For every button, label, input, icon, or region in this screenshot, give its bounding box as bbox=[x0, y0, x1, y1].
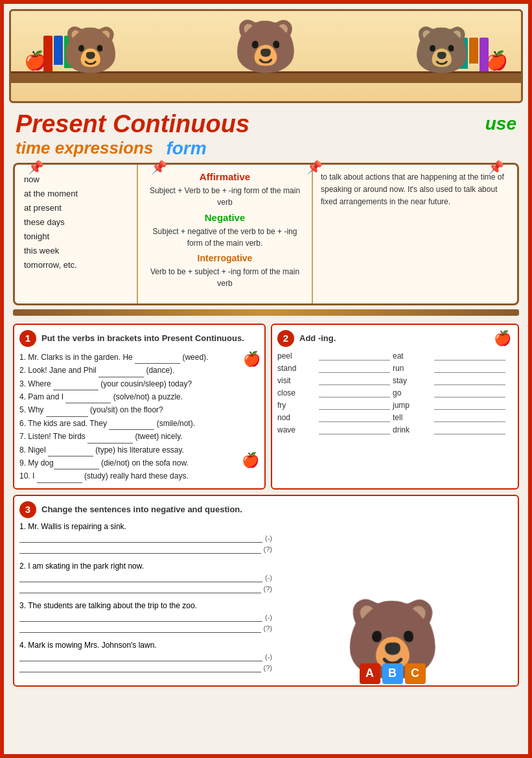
add-ing-word-visit: visit bbox=[277, 375, 316, 386]
add-ing-word-go: go bbox=[393, 388, 432, 398]
ex1-apple-1: 🍎 bbox=[243, 351, 260, 368]
ex3-neg-label-4: (-) bbox=[265, 653, 272, 661]
affirmative-title: Affirmative bbox=[146, 171, 304, 182]
ex2-apple: 🍎 bbox=[494, 330, 511, 347]
add-ing-word-stand: stand bbox=[277, 363, 316, 373]
interrogative-text: Verb to be + subject + -ing form of the … bbox=[146, 266, 304, 289]
main-title: Present Continuous bbox=[16, 111, 249, 138]
time-expr-7: tomorrow, etc. bbox=[24, 258, 130, 272]
add-ing-input-peel[interactable] bbox=[319, 351, 390, 361]
ex1-apple-2: 🍎 bbox=[242, 452, 259, 469]
ex3-q-label-1: (?) bbox=[264, 545, 272, 553]
ex3-q-label-3: (?) bbox=[264, 624, 272, 632]
ex3-neg-label-1: (-) bbox=[265, 534, 272, 542]
add-ing-input-tell[interactable] bbox=[434, 412, 505, 422]
use-label: use bbox=[485, 113, 516, 134]
add-ing-input-run[interactable] bbox=[434, 363, 505, 373]
exercise-3-number: 3 bbox=[19, 501, 36, 518]
add-ing-input-stand[interactable] bbox=[319, 363, 390, 373]
affirmative-text: Subject + Verb to be + -ing form of the … bbox=[146, 185, 304, 208]
time-expressions-list: now at the moment at present these days … bbox=[24, 172, 130, 273]
ex3-sentence-1: 1. Mr. Wallis is repairing a sink. bbox=[19, 522, 272, 531]
exercise-1-item-3: 3. Where (your cousin/sleep) today? bbox=[19, 377, 259, 390]
ex3-line-1-q: (?) bbox=[19, 545, 272, 554]
exercise-1-title: 1 Put the verbs in brackets into Present… bbox=[19, 330, 259, 347]
content-frame: 📌 📌 📌 📌 now at the moment at present the… bbox=[13, 163, 519, 305]
ex3-blank-3-q bbox=[19, 624, 261, 633]
add-ing-input-drink[interactable] bbox=[434, 425, 505, 434]
add-ing-input-fry[interactable] bbox=[319, 400, 390, 410]
add-ing-input-close[interactable] bbox=[319, 388, 390, 397]
add-ing-word-drink: drink bbox=[393, 425, 432, 435]
add-ing-input-stay[interactable] bbox=[434, 375, 505, 385]
add-ing-word-tell: tell bbox=[393, 412, 432, 423]
time-expr-3: at present bbox=[24, 201, 130, 215]
bear-area: 🐻 🐻 🐻 bbox=[11, 21, 521, 73]
time-expressions-subtitle: time expressions bbox=[16, 138, 153, 158]
exercise-1-item-7: 7. Listen! The birds (tweet) nicely. bbox=[19, 430, 259, 443]
form-label: form bbox=[166, 138, 206, 159]
pushpin-2: 📌 bbox=[151, 160, 167, 175]
exercise-row-1-2: 1 Put the verbs in brackets into Present… bbox=[13, 324, 519, 490]
ex3-sentence-4: 4. Mark is mowing Mrs. Johnson's lawn. bbox=[19, 641, 272, 650]
exercise-1-item-10: 10. I (study) really hard these days. bbox=[19, 469, 259, 482]
ex3-q-label-4: (?) bbox=[264, 664, 272, 672]
exercise-2-title: 2 Add -ing. bbox=[277, 330, 513, 347]
ex3-sentence-2: 2. I am skating in the park right now. bbox=[19, 562, 272, 571]
exercise-3-title: 3 Change the sentences into negative and… bbox=[19, 501, 272, 518]
exercise-2-box: 2 Add -ing. 🍎 peel eat stand run bbox=[271, 324, 519, 490]
exercise-1-item-6: 6. The kids are sad. They (smile/not). bbox=[19, 417, 259, 430]
add-ing-grid: peel eat stand run visit stay close bbox=[277, 351, 513, 435]
pushpin-4: 📌 bbox=[488, 160, 504, 175]
ex3-blank-1-neg bbox=[19, 534, 262, 543]
bear-character-area: 🐻 A B C bbox=[272, 501, 513, 680]
exercises-area: 1 Put the verbs in brackets into Present… bbox=[9, 320, 523, 687]
time-col: now at the moment at present these days … bbox=[15, 165, 138, 303]
pushpin-1: 📌 bbox=[28, 160, 44, 175]
subtitle-row: time expressions form bbox=[16, 138, 516, 159]
exercise-3-item-3: 3. The students are talking about the tr… bbox=[19, 601, 272, 633]
ex3-line-4-neg: (-) bbox=[19, 652, 272, 661]
bear-character: 🐻 A B C bbox=[344, 600, 441, 678]
add-ing-word-run: run bbox=[393, 363, 432, 373]
add-ing-word-stay: stay bbox=[393, 375, 432, 386]
ex3-sentence-3: 3. The students are talking about the tr… bbox=[19, 601, 272, 610]
ex3-blank-3-neg bbox=[19, 613, 262, 622]
exercise-3-item-2: 2. I am skating in the park right now. (… bbox=[19, 562, 272, 593]
exercise-3-left: 3 Change the sentences into negative and… bbox=[19, 501, 272, 680]
ex3-line-2-q: (?) bbox=[19, 584, 272, 593]
form-col: Affirmative Subject + Verb to be + -ing … bbox=[138, 165, 313, 303]
top-decoration: 🍎 🐻 🐻 🐻 🍎 bbox=[9, 9, 523, 103]
ex3-line-3-q: (?) bbox=[19, 624, 272, 633]
add-ing-input-eat[interactable] bbox=[434, 351, 505, 361]
ex3-blank-2-q bbox=[19, 584, 261, 593]
ex3-line-2-neg: (-) bbox=[19, 573, 272, 582]
add-ing-input-nod[interactable] bbox=[319, 412, 390, 422]
exercise-1-item-5: 5. Why (you/sit) on the floor? bbox=[19, 403, 259, 416]
add-ing-input-go[interactable] bbox=[434, 388, 505, 397]
exercise-1-item-1: 1. Mr. Clarks is in the garden. He (weed… bbox=[19, 351, 259, 364]
add-ing-input-visit[interactable] bbox=[319, 375, 390, 385]
add-ing-input-jump[interactable] bbox=[434, 400, 505, 410]
add-ing-word-peel: peel bbox=[277, 351, 316, 361]
exercise-3-item-4: 4. Mark is mowing Mrs. Johnson's lawn. (… bbox=[19, 641, 272, 672]
ex3-blank-2-neg bbox=[19, 573, 262, 582]
pushpin-3: 📌 bbox=[306, 160, 323, 175]
add-ing-word-jump: jump bbox=[393, 400, 432, 410]
negative-title: Negative bbox=[146, 212, 304, 223]
ex3-q-label-2: (?) bbox=[264, 585, 272, 593]
ex3-neg-label-3: (-) bbox=[265, 613, 272, 621]
add-ing-input-wave[interactable] bbox=[319, 425, 390, 434]
add-ing-word-close: close bbox=[277, 388, 316, 398]
time-expr-2: at the moment bbox=[24, 187, 130, 201]
exercise-2-number: 2 bbox=[277, 330, 294, 347]
exercise-3-box: 3 Change the sentences into negative and… bbox=[13, 495, 519, 687]
use-text: to talk about actions that are happening… bbox=[321, 171, 509, 209]
add-ing-word-wave: wave bbox=[277, 425, 316, 435]
exercise-1-item-8: 8. Nigel (type) his literature essay. bbox=[19, 444, 259, 456]
add-ing-word-eat: eat bbox=[393, 351, 432, 361]
ex3-line-1-neg: (-) bbox=[19, 534, 272, 543]
time-expr-6: this week bbox=[24, 244, 130, 258]
ex3-line-4-q: (?) bbox=[19, 663, 272, 672]
add-ing-word-nod: nod bbox=[277, 412, 316, 423]
